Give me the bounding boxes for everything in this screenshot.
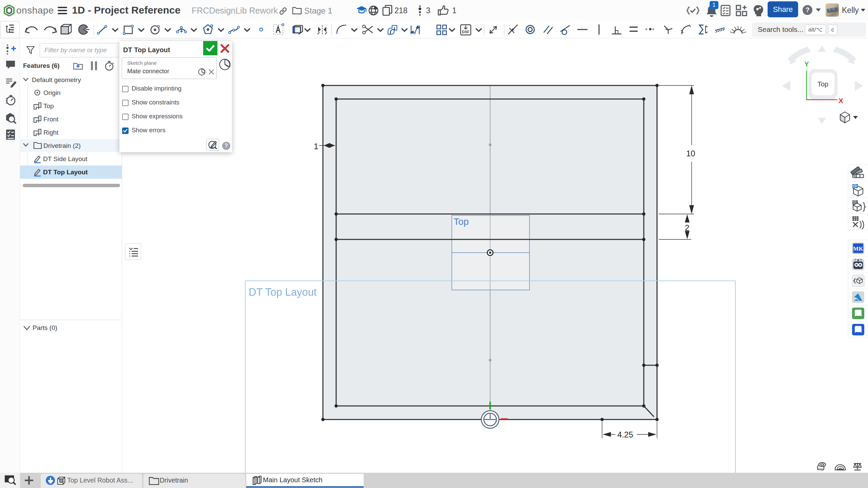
svg-text:DT Side Layout: DT Side Layout xyxy=(43,155,88,162)
svg-text:Origin: Origin xyxy=(43,89,61,96)
svg-text:Front: Front xyxy=(43,116,59,123)
svg-text:2: 2 xyxy=(685,223,689,232)
svg-text:10: 10 xyxy=(686,149,695,158)
svg-text:X: X xyxy=(838,97,843,104)
svg-text:Top: Top xyxy=(817,80,828,88)
svg-text:DT Top Layout: DT Top Layout xyxy=(43,169,88,176)
svg-text:Top: Top xyxy=(454,216,469,227)
svg-text:DT Top Layout: DT Top Layout xyxy=(249,286,317,298)
svg-text:Drivetrain (2): Drivetrain (2) xyxy=(43,142,81,149)
svg-text:Y: Y xyxy=(804,60,809,68)
svg-text:4.25: 4.25 xyxy=(617,430,633,439)
svg-text:Right: Right xyxy=(43,129,59,136)
svg-text:1: 1 xyxy=(314,142,318,151)
svg-text:Default geometry: Default geometry xyxy=(32,76,81,83)
svg-text:MK: MK xyxy=(853,246,863,252)
svg-text:Top: Top xyxy=(43,102,54,110)
